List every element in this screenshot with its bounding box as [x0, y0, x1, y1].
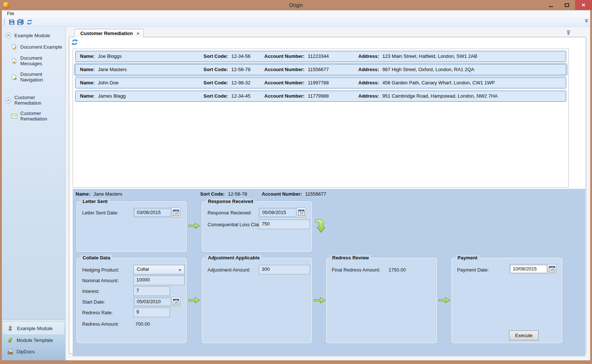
sort-code-label: Sort Code:	[203, 67, 228, 72]
groupbox-response-received: Response Received Response Recieved: 05/…	[202, 201, 312, 252]
sidebar-group-example-module[interactable]: Example Module	[2, 30, 65, 41]
name-value: John Doe	[98, 80, 119, 85]
calendar-picker-button[interactable]: 15	[171, 297, 180, 306]
name-label: Name:	[80, 93, 95, 99]
account-label: Account Number:	[264, 53, 304, 59]
account-value: 11556677	[305, 191, 326, 197]
address-value: 951 Cambridge Road, Hampstead, London, N…	[382, 93, 498, 99]
maximize-button[interactable]	[559, 0, 575, 10]
collapse-chevron-icon[interactable]	[5, 97, 11, 104]
address-label: Address:	[358, 67, 379, 72]
response-received-date-field[interactable]: 05/08/2015 15	[259, 208, 306, 217]
account-value: 11556677	[308, 67, 329, 72]
account-label: Account Number:	[264, 67, 304, 72]
calendar-icon: 15	[173, 210, 179, 216]
launcher-label: Example Module	[17, 326, 53, 331]
name-label: Name:	[80, 67, 95, 72]
app-logo-icon	[3, 2, 9, 8]
execute-button[interactable]: Execute	[509, 330, 539, 340]
window-title: Origin	[0, 2, 592, 8]
address-value: 987 High Street, Oxford, London, RA1 2QA	[382, 67, 474, 72]
redress-amount-value: 700.00	[135, 321, 150, 327]
final-redress-amount-label: Final Redress Amount:	[332, 267, 380, 273]
flow-arrow-right-icon	[188, 297, 200, 305]
selected-customer-header: Name:Jane Masters Sort Code:12-56-78 Acc…	[73, 189, 585, 199]
hedging-product-dropdown[interactable]: Collar	[133, 265, 185, 274]
menu-file[interactable]: File	[5, 10, 16, 17]
tab-label: Customer Remediation	[80, 31, 133, 36]
groupbox-title: Letter Sent	[81, 199, 109, 204]
groupbox-title: Adjustment Applicable	[206, 255, 261, 260]
redress-rate-field[interactable]: 9	[133, 308, 170, 317]
start-date-field[interactable]: 05/03/2010 15	[133, 297, 181, 307]
toolbar-overflow-icon[interactable]	[584, 19, 589, 24]
calendar-picker-button[interactable]: 15	[171, 208, 180, 217]
customer-row[interactable]: Name:James Blagg Sort Code:12-34-45 Acco…	[75, 91, 566, 102]
nominal-amount-label: Nominal Amount:	[82, 278, 119, 283]
name-label: Name:	[80, 53, 95, 59]
nominal-amount-field[interactable]: 10000	[133, 276, 185, 285]
refresh-records-button[interactable]	[71, 39, 79, 46]
content-area: Customer Remediation × Name:Joe Bloggs S…	[66, 27, 590, 360]
calendar-icon: 15	[173, 299, 179, 305]
minimize-button[interactable]	[543, 0, 559, 10]
refresh-toolbar-button[interactable]	[25, 18, 34, 26]
letter-sent-date-label: Letter Sent Date:	[82, 210, 118, 216]
account-label: Account Number:	[262, 191, 302, 197]
sidebar-item-document-messages[interactable]: Document Messages	[2, 53, 65, 69]
sort-code-value: 12-56-78	[228, 191, 247, 197]
document-arrow-icon	[11, 74, 17, 80]
tab-customer-remediation[interactable]: Customer Remediation ×	[74, 29, 144, 37]
tab-list-overflow-icon[interactable]	[566, 30, 571, 36]
date-value[interactable]: 10/08/2015	[510, 265, 547, 273]
toolbar	[2, 17, 590, 27]
flow-arrow-right-icon	[188, 223, 200, 230]
response-received-label: Response Recieved:	[208, 210, 252, 216]
adjustment-amount-field[interactable]: 300	[259, 265, 310, 274]
save-all-icon	[17, 19, 24, 25]
loss-claim-field[interactable]: 750	[259, 220, 310, 229]
groupbox-payment: Payment Payment Date: 10/08/2015 15 Exec…	[451, 258, 563, 343]
name-value: Jane Masters	[94, 191, 122, 197]
groupbox-title: Redress Review	[330, 255, 371, 260]
name-value: Jane Masters	[98, 67, 127, 72]
start-date-label: Start Date:	[82, 299, 105, 305]
interest-field[interactable]: 7	[133, 286, 170, 296]
menubar: File	[2, 10, 590, 17]
collapse-chevron-icon[interactable]	[5, 32, 11, 39]
toolbar-grip	[4, 19, 5, 25]
date-value[interactable]: 05/03/2010	[134, 298, 171, 306]
address-label: Address:	[358, 53, 379, 59]
item-label: Customer Remediation	[20, 111, 62, 122]
save-all-button[interactable]	[16, 18, 25, 26]
customer-row[interactable]: Name:Joe Bloggs Sort Code:12-34-56 Accou…	[75, 51, 566, 62]
calendar-picker-button[interactable]: 15	[547, 265, 556, 273]
calendar-icon: 15	[549, 266, 555, 272]
dropdown-value: Collar	[137, 266, 149, 272]
flow-arrow-right-icon	[439, 297, 450, 305]
redress-rate-label: Redress Rate:	[82, 310, 113, 315]
customer-row[interactable]: Name:John Doe Sort Code:12-98-32 Account…	[75, 77, 566, 88]
name-label: Name:	[80, 80, 95, 85]
letter-sent-date-field[interactable]: 03/06/2015 15	[133, 208, 181, 217]
sidebar-group-customer-remediation[interactable]: Customer Remediation	[2, 92, 65, 108]
calendar-picker-button[interactable]: 15	[297, 208, 306, 217]
close-button[interactable]: ×	[575, 0, 592, 10]
launcher-module-template[interactable]: Module Template	[3, 335, 64, 346]
customer-row-selected[interactable]: Name:Jane Masters Sort Code:12-56-78 Acc…	[75, 64, 566, 75]
refresh-icon	[27, 19, 32, 25]
groupbox-collate-data: Collate Data Hedging Product: Collar Nom…	[76, 258, 187, 343]
launcher-example-module[interactable]: Example Module	[3, 322, 64, 334]
document-panel: Name:Joe Bloggs Sort Code:12-34-56 Accou…	[69, 37, 586, 354]
payment-date-field[interactable]: 10/08/2015 15	[509, 264, 557, 274]
sidebar-item-document-navigation[interactable]: Document Navigation	[2, 69, 65, 85]
tab-close-icon[interactable]: ×	[136, 31, 140, 36]
save-icon	[9, 19, 15, 25]
sidebar-item-customer-remediation[interactable]: Customer Remediation	[2, 108, 65, 124]
save-button[interactable]	[7, 18, 16, 26]
address-value: 123 Main Street, Hatfield, London, SW1 2…	[382, 53, 477, 59]
date-value[interactable]: 03/06/2015	[134, 209, 171, 217]
date-value[interactable]: 05/08/2015	[260, 209, 296, 217]
sidebar-item-document-example[interactable]: Document Example	[2, 41, 65, 53]
launcher-dipdocs[interactable]: DipDocs	[3, 346, 64, 357]
